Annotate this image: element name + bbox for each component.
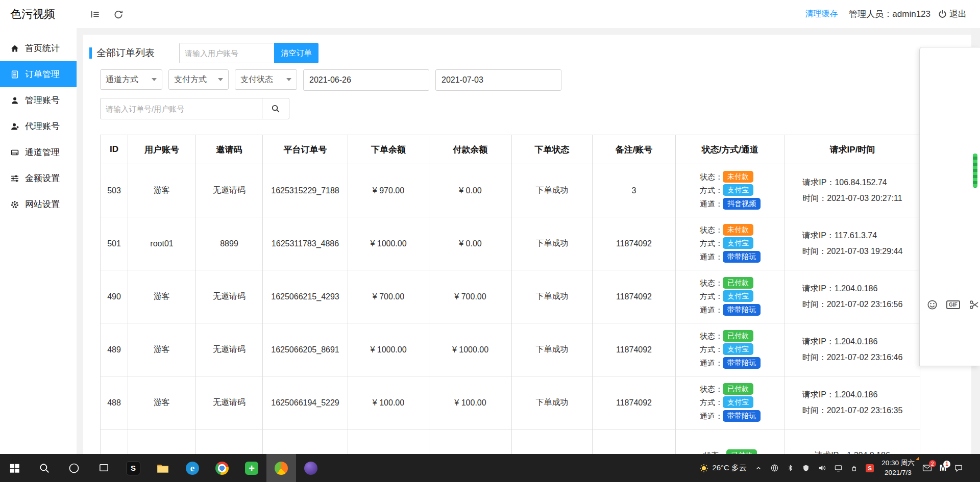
date-start-input[interactable] [303, 69, 429, 91]
status-line: 方式：支付宝 [700, 290, 761, 303]
green-plus-app-icon: + [245, 462, 258, 475]
monitor-icon[interactable] [834, 464, 843, 472]
content-panel: 全部订单列表 清空订单 通道方式 支付方式 支付状态 [83, 35, 971, 454]
sidebar-item-orders[interactable]: 订单管理 [0, 61, 77, 87]
col-order-status: 下单状态 [512, 135, 593, 164]
active-app-icon [275, 462, 288, 475]
order-search-input[interactable] [100, 98, 262, 119]
sidebar-item-channel-management[interactable]: 通道管理 [0, 139, 77, 165]
request-ip: 请求IP：1.204.0.186 [815, 448, 890, 454]
sidebar-item-label: 代理账号 [25, 120, 60, 132]
chat-scrollbar-thumb[interactable] [973, 154, 977, 188]
cell-ip-time: 请求IP：1.204.0.186时间：2021-07-02 23:16:46 [785, 323, 920, 376]
volume-icon[interactable] [818, 464, 826, 472]
cell-user: root01 [128, 217, 196, 270]
cell-paid-amount: ¥ 1000.00 [429, 323, 512, 376]
clear-cache-link[interactable]: 清理缓存 [805, 9, 838, 19]
file-explorer-button[interactable] [148, 454, 178, 482]
tray-expand-icon[interactable] [754, 464, 763, 472]
shield-icon[interactable] [802, 464, 810, 472]
pay-method-select[interactable]: 支付方式 [168, 69, 229, 90]
clear-orders-button[interactable]: 清空订单 [274, 43, 318, 63]
red-app-tray-icon[interactable]: S [866, 464, 874, 472]
logout-button[interactable]: 退出 [949, 8, 967, 20]
channel-method-select[interactable]: 通道方式 [100, 69, 162, 90]
sidebar-item-admin-accounts[interactable]: 管理账号 [0, 87, 77, 113]
start-button[interactable] [0, 454, 30, 482]
select-value: 支付方式 [174, 74, 207, 85]
request-time: 时间：2021-07-02 23:16:56 [802, 297, 903, 312]
taskbar-search-button[interactable] [30, 454, 59, 482]
chrome-button[interactable] [207, 454, 237, 482]
cell-user: 游客 [128, 323, 196, 376]
cell-user [128, 429, 196, 454]
green-app-button[interactable]: + [237, 454, 266, 482]
cell-invite: 8899 [196, 217, 263, 270]
active-app-button[interactable] [266, 454, 296, 482]
status-line-label: 方式： [700, 186, 723, 194]
status-badge: 带带陪玩 [723, 304, 761, 316]
app-s-button[interactable]: S [118, 454, 148, 482]
top-bar: 色污视频 清理缓存 管理人员：admin123 退出 [0, 0, 980, 28]
sidebar-item-agent-accounts[interactable]: 代理账号 [0, 113, 77, 139]
chevron-down-icon [286, 78, 291, 81]
ime-indicator[interactable]: M 1 [940, 464, 946, 473]
status-line: 通道：带带陪玩 [700, 303, 761, 317]
network-icon[interactable] [770, 464, 779, 472]
cell-order-status: 下单成功 [512, 323, 593, 376]
search-row [100, 98, 971, 119]
status-badge: 支付宝 [723, 290, 753, 302]
cell-status-method-channel: 状态：已付款方式：支付宝通道：带带陪玩 [676, 376, 785, 429]
status-line-label: 通道： [700, 359, 723, 367]
notification-flag-icon [916, 457, 919, 460]
clock-time: 20:30 周六 [881, 459, 915, 468]
cell-paid-amount: ¥ 0.00 [429, 217, 512, 270]
collapse-menu-icon[interactable] [90, 9, 100, 19]
sidebar-item-label: 通道管理 [25, 146, 60, 158]
user-plus-icon [10, 122, 19, 131]
cortana-button[interactable] [59, 454, 89, 482]
cell-ip-time: 请求IP：1.204.0.186时间：2021-07-02 23:16:35 [785, 376, 920, 429]
cell-status-method-channel: 状态：已付款 [676, 429, 785, 454]
status-badge: 已付款 [723, 383, 753, 395]
usb-icon[interactable] [850, 464, 858, 472]
cell-paid-amount: ¥ 0.00 [429, 164, 512, 217]
pay-status-select[interactable]: 支付状态 [235, 69, 297, 90]
edge-button[interactable]: e [178, 454, 207, 482]
weather-widget[interactable]: 26°C 多云 [699, 463, 747, 473]
status-line-label: 方式： [700, 239, 723, 247]
refresh-icon[interactable] [113, 9, 124, 19]
cell-order-no: 1625066215_4293 [263, 270, 348, 323]
bluetooth-icon[interactable] [787, 464, 794, 472]
file-explorer-icon [156, 462, 169, 475]
sidebar-item-label: 订单管理 [25, 68, 60, 80]
chrome-icon [215, 462, 229, 475]
gif-icon[interactable]: GIF [946, 300, 960, 309]
task-view-button[interactable] [89, 454, 118, 482]
cell-order-status [512, 429, 593, 454]
windows-taskbar: S e + 26°C 多云 [0, 454, 980, 482]
date-end-input[interactable] [435, 69, 561, 91]
search-button[interactable] [262, 98, 289, 119]
purple-app-button[interactable] [296, 454, 326, 482]
sidebar-item-home-stats[interactable]: 首页统计 [0, 35, 77, 61]
user-account-input[interactable] [179, 43, 275, 63]
sidebar-item-site-settings[interactable]: 网站设置 [0, 191, 77, 217]
status-line-label: 通道： [700, 412, 723, 420]
request-time: 时间：2021-07-02 23:16:35 [802, 403, 903, 418]
cell-invite [196, 429, 263, 454]
status-line: 方式：支付宝 [700, 237, 761, 250]
request-ip: 请求IP：106.84.152.74 [802, 175, 902, 190]
cell-invite: 无邀请码 [196, 323, 263, 376]
taskbar-clock[interactable]: 20:30 周六 2021/7/3 [881, 459, 915, 477]
scissors-icon[interactable] [969, 299, 979, 310]
power-icon[interactable] [938, 9, 947, 19]
sidebar-item-amount-settings[interactable]: 金额设置 [0, 165, 77, 191]
task-view-icon [98, 462, 110, 474]
status-line: 通道：抖音视频 [700, 197, 761, 211]
mail-icon[interactable]: 2 [922, 463, 932, 473]
cell-paid-amount: ¥ 700.00 [429, 270, 512, 323]
action-center-icon[interactable] [954, 464, 963, 473]
select-value: 通道方式 [106, 74, 138, 85]
emoji-icon[interactable] [927, 299, 938, 310]
